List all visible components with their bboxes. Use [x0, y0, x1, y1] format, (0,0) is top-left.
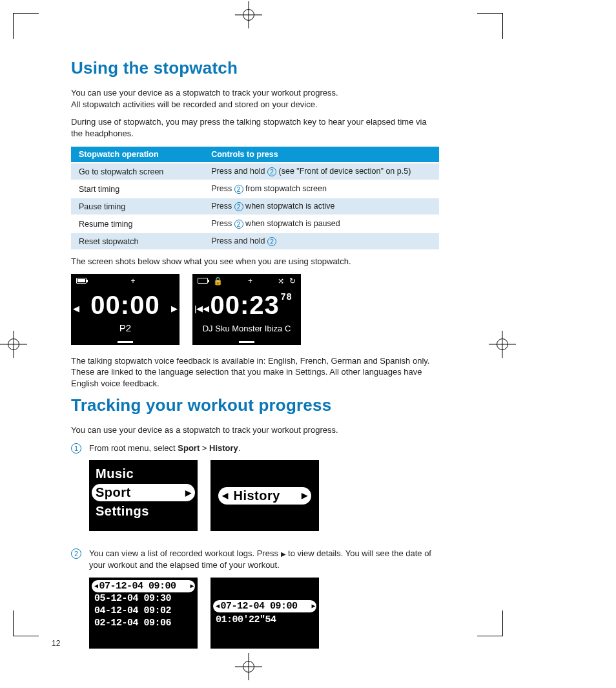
tracking-intro: You can use your device as a stopwatch t…	[71, 424, 439, 436]
table-row: Go to stopwatch screenPress and hold 2 (…	[71, 163, 439, 180]
key-circle-icon: 2	[267, 167, 276, 176]
screen-time: 00:00	[71, 291, 180, 320]
cell-operation: Start timing	[71, 180, 203, 198]
key-circle-icon: 2	[267, 237, 276, 246]
cell-operation: Reset stopwatch	[71, 233, 203, 249]
cell-operation: Pause timing	[71, 198, 203, 215]
registration-mark	[240, 658, 257, 675]
cell-controls: Press 2 from stopwatch screen	[203, 180, 439, 198]
lock-icon: 🔒	[213, 276, 223, 286]
heading-stopwatch: Using the stopwatch	[71, 58, 439, 78]
log-row: 05-12-04 09:30	[92, 592, 195, 605]
table-row: Pause timingPress 2 when stopwatch is ac…	[71, 198, 439, 215]
detail-elapsed: 01:00'22"54	[213, 614, 316, 626]
screen-hundredths: 78	[281, 292, 293, 301]
key-circle-icon: 2	[234, 220, 243, 229]
key-circle-icon: 2	[234, 202, 243, 211]
step-2-text: You can view a list of recorded workout …	[89, 548, 439, 570]
detail-date: 07-12-04 09:00	[213, 600, 316, 612]
screen-workout-log-list: 07-12-04 09:00 05-12-04 09:30 04-12-04 0…	[89, 578, 198, 649]
plus-icon: +	[248, 276, 252, 286]
bottom-indicator	[239, 341, 254, 343]
table-header-operation: Stopwatch operation	[71, 147, 203, 163]
key-circle-icon: 2	[234, 185, 243, 194]
intro-line-2: All stopwatch activities will be recorde…	[71, 99, 318, 109]
screen-workout-detail: 07-12-04 09:00 01:00'22"54	[210, 578, 319, 649]
crop-mark	[477, 610, 503, 636]
step-1-text: From root menu, select Sport > History.	[89, 443, 439, 454]
plus-icon: +	[131, 276, 136, 286]
step-number: 1	[71, 443, 81, 453]
step-1: 1 From root menu, select Sport > History…	[71, 443, 439, 542]
crop-mark	[13, 610, 39, 636]
screen-stopwatch-idle: + ◀ ▶ 00:00 P2	[71, 274, 180, 345]
cell-controls: Press and hold 2	[203, 233, 439, 249]
shuffle-icon: ⤨	[278, 276, 284, 286]
crop-mark	[477, 13, 503, 39]
screenshots-intro: The screen shots below show what you see…	[71, 256, 439, 267]
cell-controls: Press 2 when stopwatch is active	[203, 198, 439, 215]
log-row: 04-12-04 09:02	[92, 605, 195, 617]
menu-item-music: Music	[92, 465, 195, 483]
cell-operation: Go to stopwatch screen	[71, 163, 203, 180]
screenshot-row-1: + ◀ ▶ 00:00 P2 🔒 + ⤨ ↻ |◀◀ 00:2378 DJ Sk…	[71, 274, 439, 345]
screen-history-menu: History	[210, 460, 319, 531]
intro-para-2: During use of stopwatch, you may press t…	[71, 116, 439, 139]
screen-root-menu: Music Sport Settings	[89, 460, 198, 531]
stopwatch-table: Stopwatch operation Controls to press Go…	[71, 147, 439, 249]
crop-mark	[13, 13, 39, 39]
page-number: 12	[52, 639, 60, 648]
cell-operation: Resume timing	[71, 215, 203, 233]
repeat-icon: ↻	[289, 276, 296, 286]
page-content: Using the stopwatch You can use your dev…	[71, 58, 439, 659]
menu-item-settings: Settings	[92, 503, 195, 520]
table-row: Reset stopwatchPress and hold 2	[71, 233, 439, 249]
menu-item-history-selected: History	[218, 487, 311, 505]
screen-track: DJ Sku Monster Ibiza C	[192, 324, 301, 333]
intro-para-1: You can use your device as a stopwatch t…	[71, 87, 439, 110]
voice-feedback-note: The talking stopwatch voice feedback is …	[71, 355, 439, 390]
play-icon: ▶	[281, 550, 286, 558]
registration-mark	[494, 336, 511, 353]
registration-mark	[5, 336, 22, 353]
screen-stopwatch-running: 🔒 + ⤨ ↻ |◀◀ 00:2378 DJ Sku Monster Ibiza…	[192, 274, 301, 345]
table-row: Resume timingPress 2 when stopwatch is p…	[71, 215, 439, 233]
step-number: 2	[71, 548, 81, 559]
screen-label: P2	[71, 322, 180, 333]
intro-line-1: You can use your device as a stopwatch t…	[71, 88, 338, 98]
log-row-selected: 07-12-04 09:00	[92, 580, 195, 592]
registration-mark	[240, 6, 257, 23]
menu-item-sport-selected: Sport	[92, 484, 195, 501]
log-row: 02-12-04 09:06	[92, 617, 195, 629]
screen-time: 00:2378	[192, 291, 301, 320]
battery-icon	[76, 278, 87, 284]
battery-icon	[198, 278, 208, 284]
table-header-controls: Controls to press	[203, 147, 439, 163]
table-row: Start timingPress 2 from stopwatch scree…	[71, 180, 439, 198]
cell-controls: Press and hold 2 (see "Front of device s…	[203, 163, 439, 180]
heading-tracking: Tracking your workout progress	[71, 395, 439, 415]
bottom-indicator	[118, 341, 133, 343]
step-2: 2 You can view a list of recorded workou…	[71, 548, 439, 658]
cell-controls: Press 2 when stopwatch is paused	[203, 215, 439, 233]
